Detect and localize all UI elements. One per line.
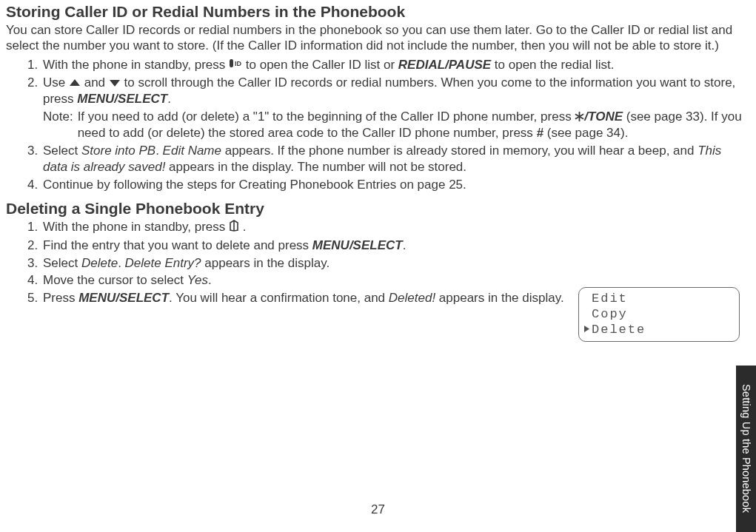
storing-step-4: Continue by following the steps for Crea…: [41, 177, 743, 193]
step2-note: Note: If you need to add (or delete) a "…: [43, 109, 743, 141]
step-text: .: [239, 220, 246, 234]
step-text: With the phone in standby, press: [43, 220, 229, 234]
step-text: to open the redial list.: [491, 58, 614, 72]
step-text: appears in the display. The number will …: [165, 160, 466, 174]
deleted-label: Deleted!: [389, 291, 435, 305]
phonebook-icon: [229, 220, 239, 236]
step-text: .: [118, 256, 124, 270]
step-text: .: [403, 238, 407, 252]
step-text: . You will hear a confirmation tone, and: [169, 291, 389, 305]
delete-label: Delete: [81, 256, 118, 270]
storing-steps-list: With the phone in standby, press ID to o…: [6, 57, 743, 193]
hash-label: #: [537, 126, 543, 140]
svg-marker-2: [110, 80, 120, 87]
lcd-text: Copy: [592, 307, 628, 321]
deleting-steps-list: With the phone in standby, press . Find …: [6, 219, 604, 306]
side-tab: Setting Up the Phonebook: [736, 366, 756, 532]
svg-marker-6: [584, 326, 589, 332]
lcd-row-edit: Edit: [583, 291, 735, 306]
storing-step-3: Select Store into PB. Edit Name appears.…: [41, 143, 743, 175]
step-text: .: [208, 273, 212, 287]
step-text: Move the cursor to select: [43, 273, 187, 287]
step-text: to open the Caller ID list or: [242, 58, 398, 72]
storing-step-2: Use and to scroll through the Caller ID …: [41, 75, 743, 141]
note-text: If you need to add (or delete) a "1" to …: [78, 110, 575, 124]
redial-pause-label: REDIAL/PAUSE: [398, 58, 491, 72]
lcd-screen-illustration: Edit Copy Delete: [578, 287, 740, 342]
cid-icon: ID: [229, 57, 242, 73]
step-text: Use: [43, 75, 69, 90]
tone-label: /TONE: [584, 110, 623, 124]
storing-step-1: With the phone in standby, press ID to o…: [41, 57, 743, 73]
svg-text:ID: ID: [235, 60, 242, 67]
note-text: (see page 34).: [543, 126, 628, 140]
step-text: .: [167, 92, 171, 106]
step-text: and: [81, 75, 109, 90]
svg-marker-1: [70, 79, 80, 86]
menu-select-label: MENU/SELECT: [77, 92, 167, 106]
yes-label: Yes: [187, 273, 208, 287]
lcd-text: Edit: [592, 292, 628, 306]
step-text: appears. If the phone number is already …: [221, 144, 698, 158]
delete-entry-label: Delete Entry?: [125, 256, 201, 270]
star-icon: [575, 110, 584, 126]
edit-name-label: Edit Name: [163, 144, 221, 158]
step-text: .: [155, 144, 162, 158]
deleting-step-5: Press MENU/SELECT. You will hear a confi…: [41, 290, 604, 306]
step-text: appears in the display.: [435, 291, 564, 305]
step-text: With the phone in standby, press: [43, 58, 229, 72]
menu-select-label: MENU/SELECT: [78, 291, 169, 305]
note-label: Note:: [43, 109, 78, 141]
deleting-step-2: Find the entry that you want to delete a…: [41, 238, 604, 254]
step-text: Find the entry that you want to delete a…: [43, 238, 312, 252]
section-title-deleting: Deleting a Single Phonebook Entry: [6, 200, 743, 218]
deleting-step-3: Select Delete. Delete Entry? appears in …: [41, 255, 604, 272]
intro-paragraph: You can store Caller ID records or redia…: [6, 22, 743, 54]
cursor-icon: [583, 323, 592, 337]
menu-select-label: MENU/SELECT: [312, 238, 403, 252]
step-text: Select: [43, 144, 81, 158]
note-body: If you need to add (or delete) a "1" to …: [78, 109, 743, 141]
section-title-storing: Storing Caller ID or Redial Numbers in t…: [6, 3, 743, 21]
store-into-pb-label: Store into PB: [81, 144, 155, 158]
lcd-text: Delete: [592, 323, 646, 337]
step-text: appears in the display.: [201, 256, 330, 270]
lcd-row-delete: Delete: [583, 322, 735, 337]
step-text: Select: [43, 256, 81, 270]
lcd-row-copy: Copy: [583, 306, 735, 322]
down-arrow-icon: [109, 75, 121, 92]
page-number: 27: [0, 502, 756, 517]
deleting-step-1: With the phone in standby, press .: [41, 219, 604, 235]
deleting-step-4: Move the cursor to select Yes.: [41, 272, 604, 289]
up-arrow-icon: [69, 75, 81, 92]
step-text: Press: [43, 291, 78, 305]
